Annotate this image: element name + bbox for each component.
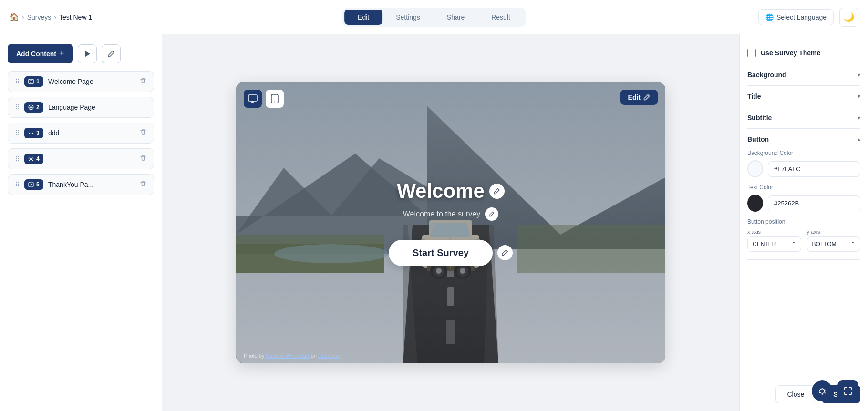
pencil-icon (494, 188, 500, 195)
expand-icon (843, 386, 853, 396)
use-survey-theme-row: Use Survey Theme (747, 42, 860, 64)
accordion-button-header[interactable]: Button ▴ (747, 129, 860, 150)
bg-color-input[interactable] (768, 161, 860, 177)
thankyou-icon (28, 182, 34, 187)
left-sidebar: Add Content + ⠿ (0, 34, 162, 411)
mobile-view-button[interactable] (266, 90, 284, 108)
tab-settings[interactable]: Settings (382, 10, 434, 25)
breadcrumb-sep-1: › (22, 13, 24, 21)
text-color-label: Text Color (747, 184, 860, 191)
tab-edit[interactable]: Edit (344, 10, 382, 25)
page-label: ddd (48, 129, 134, 137)
preview-background: DEFENDER Welcome (236, 82, 665, 363)
tab-result[interactable]: Result (478, 10, 524, 25)
page-badge: 1 (24, 76, 43, 87)
select-language-button[interactable]: 🌐 Select Language (758, 9, 834, 25)
right-panel: Use Survey Theme Background ▾ Title ▾ Su… (739, 34, 868, 411)
preview-edit-button[interactable]: Edit (620, 90, 658, 105)
y-axis-select[interactable]: BOTTOM ⌃ (807, 236, 861, 252)
nav-right: 🌐 Select Language 🌙 (758, 8, 858, 27)
drag-handle: ⠿ (15, 129, 20, 137)
breadcrumb: 🏠 › Surveys › Test New 1 (10, 12, 92, 21)
welcome-subtitle: Welcome to the survey (403, 210, 480, 218)
breadcrumb-sep-2: › (54, 13, 56, 21)
svg-point-8 (31, 133, 31, 134)
breadcrumb-current: Test New 1 (59, 13, 92, 21)
use-survey-theme-checkbox[interactable] (747, 49, 756, 57)
delete-page-button[interactable] (139, 180, 147, 189)
delete-page-button[interactable] (139, 128, 147, 138)
trash-icon (139, 180, 147, 187)
title-edit-button[interactable] (489, 184, 505, 199)
x-axis-group: x axis CENTER ⌃ (747, 229, 801, 252)
delete-page-button[interactable] (139, 77, 147, 86)
button-edit-button[interactable] (497, 245, 513, 260)
accordion-background-header[interactable]: Background ▾ (747, 64, 860, 85)
accordion-subtitle-header[interactable]: Subtitle ▾ (747, 107, 860, 128)
list-item[interactable]: ⠿ 1 Welcome Page (8, 71, 154, 92)
chevron-icon: ⌃ (791, 241, 796, 247)
list-item[interactable]: ⠿ 5 ThankYou Pa... (8, 174, 154, 195)
x-axis-value: CENTER (753, 241, 776, 247)
text-color-input[interactable] (768, 195, 860, 211)
close-button[interactable]: Close (775, 385, 816, 403)
start-survey-button[interactable]: Start Survey (389, 240, 493, 266)
dark-mode-button[interactable]: 🌙 (839, 8, 858, 27)
photo-credit-link[interactable]: Karsten Winegeart (266, 353, 309, 359)
bg-color-label: Background Color (747, 150, 860, 156)
breadcrumb-surveys[interactable]: Surveys (27, 13, 52, 21)
main-layout: Add Content + ⠿ (0, 34, 868, 411)
bg-color-swatch[interactable] (747, 160, 763, 177)
language-icon: 🌐 (765, 13, 774, 21)
use-survey-theme-label: Use Survey Theme (761, 49, 820, 57)
drag-handle: ⠿ (15, 78, 20, 85)
drag-handle: ⠿ (15, 155, 20, 163)
page-badge: 3 (24, 128, 43, 138)
svg-rect-54 (236, 82, 665, 363)
photo-credit: Photo by Karsten Winegeart on Unsplash (244, 353, 340, 359)
subtitle-edit-button[interactable] (485, 207, 498, 221)
page-badge: 2 (24, 102, 43, 113)
play-icon (83, 50, 91, 58)
language-icon (28, 104, 34, 110)
accordion-button: Button ▴ Background Color Text Color But… (747, 129, 860, 260)
welcome-title-row: Welcome (397, 180, 505, 203)
home-icon[interactable]: 🏠 (10, 12, 19, 21)
y-axis-value: BOTTOM (812, 241, 837, 247)
page-label: Welcome Page (48, 78, 134, 85)
page-list: ⠿ 1 Welcome Page (8, 71, 154, 195)
add-content-button[interactable]: Add Content + (8, 44, 73, 63)
trash-icon (139, 128, 147, 136)
page-icon (28, 79, 34, 84)
svg-rect-11 (29, 182, 33, 187)
chevron-up-icon: ▴ (858, 136, 860, 143)
list-item[interactable]: ⠿ 3 ddd (8, 123, 154, 144)
delete-page-button[interactable] (139, 154, 147, 164)
scene-svg: DEFENDER (236, 82, 665, 363)
bug-report-button[interactable] (812, 380, 833, 401)
trash-icon (139, 154, 147, 162)
text-color-swatch[interactable] (747, 195, 763, 212)
tab-share[interactable]: Share (434, 10, 478, 25)
fullscreen-button[interactable] (837, 380, 858, 401)
drag-handle: ⠿ (15, 103, 20, 111)
y-axis-group: y axis BOTTOM ⌃ (807, 229, 861, 252)
bottom-right-icons (812, 380, 858, 401)
preview-toolbar (244, 90, 284, 108)
accordion-title-header[interactable]: Title ▾ (747, 86, 860, 107)
pencil-icon (643, 94, 650, 101)
list-item[interactable]: ⠿ 2 Language Page (8, 97, 154, 118)
svg-point-7 (29, 133, 30, 134)
add-label: Add Content (16, 50, 56, 58)
list-item[interactable]: ⠿ 4 (8, 148, 154, 169)
x-axis-label: x axis (747, 229, 801, 235)
unsplash-link[interactable]: Unsplash (318, 353, 340, 359)
text-color-row (747, 195, 860, 212)
pencil-icon (489, 211, 495, 217)
accordion-background-title: Background (747, 71, 786, 79)
desktop-view-button[interactable] (244, 90, 262, 108)
edit-button[interactable] (102, 44, 121, 63)
svg-line-59 (825, 392, 826, 393)
play-button[interactable] (78, 44, 97, 63)
x-axis-select[interactable]: CENTER ⌃ (747, 236, 801, 252)
